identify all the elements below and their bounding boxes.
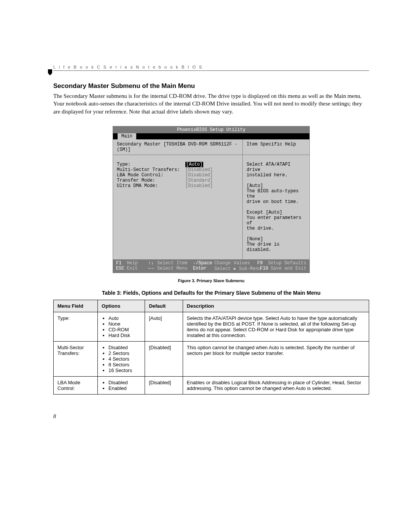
- th-default: Default: [145, 300, 183, 312]
- table-row: Type:AutoNoneCD-ROMHard Disk[Auto]Select…: [54, 312, 369, 341]
- bios-help-pane: Select ATA/ATAPI drive installed here. […: [243, 155, 309, 259]
- option-item: Enabled: [108, 385, 141, 391]
- bios-tab-main[interactable]: Main: [118, 133, 136, 139]
- select-menu-label: Select Menu: [157, 266, 193, 272]
- bios-settings-pane: Type:[Auto]Multi-Sector Transfers:[Disab…: [113, 155, 243, 259]
- minus-space-key: -/Space: [193, 260, 214, 266]
- f1-key: F1: [116, 260, 127, 266]
- svg-marker-0: [48, 69, 52, 75]
- running-head-text: L i f e B o o k C S e r i e s N o t e b …: [53, 65, 203, 69]
- cell-default: [Auto]: [145, 312, 183, 341]
- exit-label: Exit: [127, 266, 148, 272]
- header-marker-icon: [48, 69, 52, 75]
- bios-footer: F1 Help ↑↓ Select Item -/Space Change Va…: [113, 259, 309, 273]
- bios-help-text: Select ATA/ATAPI drive installed here. […: [247, 162, 306, 252]
- setup-defaults-label: Setup Defaults: [268, 260, 306, 266]
- table-row: LBA Mode Control:DisabledEnabled[Disable…: [54, 376, 369, 394]
- leftright-icon: ←→: [148, 266, 157, 272]
- cell-options: AutoNoneCD-ROMHard Disk: [98, 312, 145, 341]
- fields-table: Menu Field Options Default Description T…: [53, 300, 369, 395]
- f10-key: F10: [260, 266, 271, 272]
- table-row: Multi-Sector Transfers:Disabled2 Sectors…: [54, 341, 369, 376]
- option-item: 2 Sectors: [108, 350, 141, 356]
- bios-setting-row: Multi-Sector Transfers:[Disabled]: [117, 167, 239, 173]
- bios-subhead-left: Secondary Master [TOSHIBA DVD-ROM SDR611…: [113, 139, 243, 155]
- cell-menu-field: Type:: [54, 312, 98, 341]
- help-label: Help: [127, 260, 148, 266]
- bios-title: PhoenixBIOS Setup Utility: [113, 126, 309, 133]
- bios-setting-value: [Disabled]: [185, 183, 213, 189]
- cell-description: Selects the ATA/ATAPI device type. Selec…: [183, 312, 369, 341]
- cell-description: Enables or disables Logical Block Addres…: [183, 376, 369, 394]
- th-menu-field: Menu Field: [54, 300, 98, 312]
- bios-setting-row: LBA Mode Control:[Disabled]: [117, 173, 239, 178]
- th-options: Options: [98, 300, 145, 312]
- save-exit-label: Save and Exit: [271, 266, 306, 272]
- table-caption: Table 3: Fields, Options and Defaults fo…: [53, 290, 369, 296]
- running-header: L i f e B o o k C S e r i e s N o t e b …: [53, 65, 369, 71]
- page-number: 8: [53, 414, 369, 420]
- cell-menu-field: Multi-Sector Transfers:: [54, 341, 98, 376]
- select-item-label: Select Item: [157, 260, 193, 266]
- bios-setting-label: Type:: [117, 162, 185, 167]
- bios-setting-row: Ultra DMA Mode:[Disabled]: [117, 183, 239, 189]
- select-sub-label: Select ▶ Sub-Menu: [214, 266, 260, 272]
- bios-setting-value: [Disabled]: [185, 167, 213, 173]
- bios-tab-bar: Main: [113, 133, 309, 139]
- bios-subheader: Secondary Master [TOSHIBA DVD-ROM SDR611…: [113, 139, 309, 155]
- option-item: Disabled: [108, 380, 141, 385]
- option-item: CD-ROM: [108, 327, 141, 332]
- bios-setting-value: [Disabled]: [185, 173, 213, 178]
- cell-menu-field: LBA Mode Control:: [54, 376, 98, 394]
- bios-setting-value: [Standard]: [185, 178, 213, 183]
- bios-subhead-right: Item Specific Help: [243, 139, 309, 155]
- updown-icon: ↑↓: [148, 260, 157, 266]
- change-values-label: Change Values: [214, 260, 257, 266]
- table-header-row: Menu Field Options Default Description: [54, 300, 369, 312]
- cell-default: [Disabled]: [145, 341, 183, 376]
- th-description: Description: [183, 300, 369, 312]
- option-item: 8 Sectors: [108, 362, 141, 367]
- bios-screenshot: PhoenixBIOS Setup Utility Main Secondary…: [113, 126, 310, 273]
- bios-setting-label: Multi-Sector Transfers:: [117, 167, 185, 173]
- cell-options: DisabledEnabled: [98, 376, 145, 394]
- bios-setting-value[interactable]: [Auto]: [185, 162, 203, 167]
- cell-options: Disabled2 Sectors4 Sectors8 Sectors16 Se…: [98, 341, 145, 376]
- option-item: 16 Sectors: [108, 367, 141, 373]
- esc-key: ESC: [116, 266, 127, 272]
- option-item: Hard Disk: [108, 332, 141, 338]
- bios-setting-label: Transfer Mode:: [117, 178, 185, 183]
- cell-description: This option cannot be changed when Auto …: [183, 341, 369, 376]
- enter-key: Enter: [193, 266, 214, 272]
- bios-setting-label: Ultra DMA Mode:: [117, 183, 185, 189]
- bios-setting-row: Type:[Auto]: [117, 162, 239, 167]
- section-title: Secondary Master Submenu of the Main Men…: [53, 82, 369, 90]
- option-item: Disabled: [108, 345, 141, 350]
- option-item: 4 Sectors: [108, 356, 141, 362]
- option-item: None: [108, 321, 141, 327]
- figure-caption: Figure 3. Primary Slave Submenu: [53, 278, 369, 283]
- bios-setting-label: LBA Mode Control:: [117, 173, 185, 178]
- section-body: The Secondary Master submenu is for the …: [53, 92, 369, 115]
- bios-setting-row: Transfer Mode:[Standard]: [117, 178, 239, 183]
- cell-default: [Disabled]: [145, 376, 183, 394]
- f9-key: F9: [257, 260, 268, 266]
- option-item: Auto: [108, 315, 141, 321]
